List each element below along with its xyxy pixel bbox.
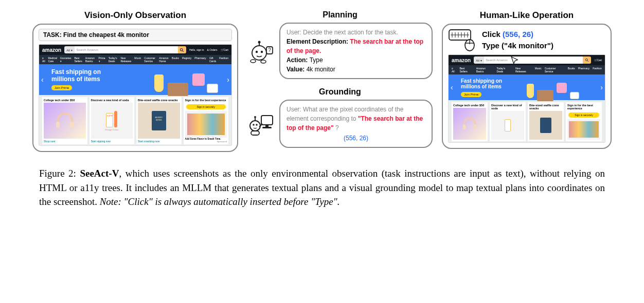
nav-item[interactable]: Books <box>568 67 575 73</box>
signin-button[interactable]: Sign in securely <box>186 104 226 109</box>
hero-line1: Fast shipping on <box>51 69 149 76</box>
search-input[interactable]: Search Amazon <box>484 56 583 64</box>
nav-item[interactable]: Best Sellers <box>459 67 473 73</box>
product-card[interactable]: Discover a new kind of soda <box>490 102 526 141</box>
product-card[interactable]: College tech under $50 Shop now <box>42 97 87 144</box>
signin-button[interactable]: Sign in securely <box>568 112 599 118</box>
hero-cta-button[interactable]: Join Prime <box>51 85 72 90</box>
nav-item[interactable]: Today's Deals <box>497 67 512 73</box>
nav-item[interactable]: Amazon Basics <box>85 56 96 63</box>
header-account-links[interactable]: Hello, sign in & Orders 🛒Cart <box>189 48 228 51</box>
nav-item[interactable]: Prime ▾ <box>99 56 105 63</box>
header-link[interactable]: Hello, sign in <box>189 48 204 51</box>
planning-value-line: Value: 4k monitor <box>287 65 425 74</box>
nav-item[interactable]: ≡ All <box>42 56 45 63</box>
nav-item[interactable]: Music <box>535 67 542 73</box>
task-label: TASK: Find the cheapest 4k monitor <box>39 29 232 41</box>
grounding-bubble: User: What are the pixel coordinates of … <box>279 100 433 148</box>
svg-text:?: ? <box>268 47 271 53</box>
hero-products <box>149 68 226 91</box>
signin-card: Sign in for the best experience Sign in … <box>184 97 229 144</box>
nav-item[interactable]: Today's Deals <box>109 56 118 63</box>
hero-prev-arrow[interactable]: ‹ <box>451 83 453 91</box>
search-button[interactable] <box>583 56 591 64</box>
nav-item[interactable]: New Releases <box>120 56 131 63</box>
grounding-row: User: What are the pixel coordinates of … <box>247 100 433 148</box>
nav-item[interactable]: Books <box>172 56 179 63</box>
operation-panel: Click (556, 26) Type ("4k monitor") amaz… <box>442 24 612 149</box>
column-middle: Planning ? User: Decide the next action … <box>247 10 433 152</box>
amazon-header: amazon All ▾ Search Amazon 🛒Cart <box>449 55 605 65</box>
nav-item[interactable]: Customer Service <box>545 67 565 73</box>
card-link[interactable]: Start sipping now <box>91 140 133 143</box>
card-link[interactable]: Shop now <box>44 140 86 143</box>
nav-item[interactable]: Pharmacy <box>194 56 206 63</box>
hero-product-lamp <box>154 74 164 92</box>
caption-fig-label: Figure 2: <box>39 168 80 179</box>
amazon-logo[interactable]: amazon <box>452 58 471 63</box>
hero-next-arrow[interactable]: › <box>227 75 229 84</box>
svg-rect-12 <box>261 116 273 125</box>
nav-item[interactable]: Fashion <box>593 67 602 73</box>
svg-rect-13 <box>265 125 269 127</box>
planning-title: Planning <box>323 10 357 20</box>
nav-item[interactable]: Customer Service <box>144 56 156 63</box>
search-input[interactable]: Search Amazon <box>75 46 178 53</box>
thinking-robot-icon: ? <box>247 37 275 65</box>
search-category-selector[interactable]: All ▾ <box>474 56 484 64</box>
svg-point-31 <box>585 59 587 61</box>
amazon-search-bar[interactable]: All ▾ Search Amazon <box>64 46 186 53</box>
hero-products <box>523 79 600 96</box>
card-image <box>44 103 86 139</box>
svg-point-4 <box>252 46 266 60</box>
header-account-links[interactable]: 🛒Cart <box>594 59 602 62</box>
figure-caption: Figure 2: SeeAct-V, which uses screensho… <box>39 166 605 209</box>
nav-item[interactable]: Best Sellers <box>74 56 82 63</box>
svg-rect-34 <box>474 125 476 129</box>
grounding-qmark: ? <box>334 124 339 131</box>
card-link[interactable]: Start snacking now <box>138 140 180 143</box>
hero-text: Fast shipping on millions of items Join … <box>454 78 523 97</box>
product-card[interactable]: College tech under $50 <box>452 102 488 141</box>
hero-product-shoe <box>207 84 218 93</box>
nav-item[interactable]: Amazon Home <box>159 56 169 63</box>
hero-prev-arrow[interactable]: ‹ <box>41 75 44 84</box>
svg-rect-19 <box>251 131 259 135</box>
product-card[interactable]: Discover a new kind of soda OLIPOP Orang… <box>90 97 135 144</box>
amazon-nav: ≡ All Medical Care Groceries ▾ Best Sell… <box>39 55 231 64</box>
column-operation: Human-Like Operation <box>442 10 612 152</box>
nav-item[interactable]: Fashion <box>219 56 228 63</box>
cart-link[interactable]: 🛒Cart <box>594 59 602 62</box>
nav-item[interactable]: ≡ All <box>452 67 456 73</box>
product-card[interactable]: Bite-sized waffle cone snacks <box>528 102 564 141</box>
operation-actions-text: Click (556, 26) Type ("4k monitor") <box>482 29 553 51</box>
search-icon <box>180 48 184 52</box>
svg-point-6 <box>261 51 263 53</box>
cart-link[interactable]: 🛒Cart <box>221 48 228 51</box>
operation-title: Human-Like Operation <box>480 10 574 21</box>
hero-next-arrow[interactable]: › <box>600 83 603 91</box>
svg-point-18 <box>254 116 256 118</box>
popsicle <box>114 111 117 127</box>
nav-item[interactable]: Registry <box>182 56 191 63</box>
amazon-search-bar[interactable]: All ▾ Search Amazon <box>474 56 591 64</box>
search-button[interactable] <box>178 46 186 53</box>
nav-item[interactable]: Gift Cards <box>209 56 216 63</box>
search-category-selector[interactable]: All ▾ <box>64 46 74 53</box>
product-card[interactable]: Bite-sized waffle cone snacks MUDDYBITES… <box>136 97 182 144</box>
nav-item[interactable]: New Releases <box>515 67 532 73</box>
nav-item[interactable]: Groceries ▾ <box>60 56 71 63</box>
nav-item[interactable]: Medical Care <box>48 56 57 63</box>
hero-cta-button[interactable]: Join Prime <box>461 92 481 97</box>
flavor-label: Orange Cream <box>105 128 118 131</box>
operation-actions-row: Click (556, 26) Type ("4k monitor") <box>448 29 605 51</box>
nav-item[interactable]: Pharmacy <box>578 67 590 73</box>
card-title: Discover a new kind of soda <box>91 99 133 102</box>
card-title: College tech under $50 <box>44 99 86 102</box>
hero-text: Fast shipping on millions of items Join … <box>44 69 149 90</box>
nav-item[interactable]: Music <box>134 56 141 63</box>
nav-item[interactable]: Amazon Basics <box>476 67 494 73</box>
grounding-title: Grounding <box>319 87 361 97</box>
header-link[interactable]: & Orders <box>207 48 218 51</box>
amazon-logo[interactable]: amazon <box>42 47 61 53</box>
